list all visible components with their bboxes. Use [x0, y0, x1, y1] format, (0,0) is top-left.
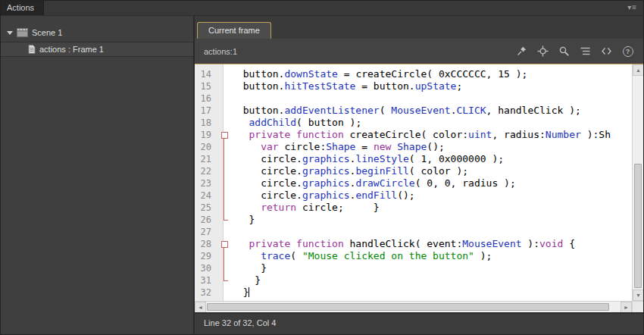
code-text[interactable]: }	[231, 262, 632, 274]
code-editor[interactable]: 14 button.downState = createCircle( 0xCC…	[195, 64, 643, 312]
line-number: 32	[195, 286, 217, 299]
code-text[interactable]: }	[231, 214, 632, 226]
code-line[interactable]: 30 }	[195, 262, 632, 274]
tab-current-frame[interactable]: Current frame	[197, 22, 271, 39]
line-number: 20	[195, 141, 217, 153]
scroll-right-arrow[interactable]: ►	[621, 302, 632, 312]
code-line[interactable]: 18 addChild( button );	[195, 117, 632, 129]
fold-margin	[217, 117, 231, 129]
code-text[interactable]: }	[231, 286, 632, 299]
horizontal-scroll-thumb[interactable]	[207, 303, 609, 311]
fold-margin	[217, 214, 231, 226]
code-line[interactable]: 22 circle.graphics.beginFill( color );	[195, 165, 632, 177]
code-text[interactable]	[231, 92, 632, 105]
fold-margin	[217, 153, 231, 165]
code-text[interactable]: circle.graphics.beginFill( color );	[231, 165, 632, 177]
fold-collapse-icon[interactable]	[217, 129, 231, 141]
line-number: 18	[195, 117, 217, 129]
code-text[interactable]: button.addEventListener( MouseEvent.CLIC…	[231, 105, 632, 117]
fold-margin	[217, 286, 231, 299]
vertical-scroll-thumb[interactable]	[634, 164, 642, 288]
fold-margin	[217, 202, 231, 214]
line-number: 23	[195, 177, 217, 189]
code-snippets-icon[interactable]	[599, 44, 614, 59]
line-number: 29	[195, 250, 217, 262]
actions-panel-tab[interactable]: Actions	[1, 1, 44, 15]
code-line[interactable]: 19 private function createCircle( color:…	[195, 129, 632, 141]
code-line[interactable]: 21 circle.graphics.lineStyle( 1, 0x00000…	[195, 153, 632, 165]
scroll-down-arrow[interactable]: ▼	[633, 290, 643, 301]
fold-margin	[217, 189, 231, 202]
code-text[interactable]: return circle; }	[231, 202, 632, 214]
disclosure-triangle-icon[interactable]	[7, 31, 13, 35]
fold-collapse-icon[interactable]	[217, 238, 231, 250]
fold-margin	[217, 177, 231, 189]
code-line[interactable]: 24 circle.graphics.endFill();	[195, 189, 632, 202]
line-number: 17	[195, 105, 217, 117]
code-text[interactable]: addChild( button );	[231, 117, 632, 129]
line-number: 28	[195, 238, 217, 250]
code-text[interactable]: }	[231, 274, 632, 286]
scroll-left-arrow[interactable]: ◄	[195, 302, 206, 312]
fold-margin	[217, 250, 231, 262]
fold-margin	[217, 262, 231, 274]
fold-margin	[217, 80, 231, 92]
line-number: 19	[195, 129, 217, 141]
script-navigator: Scene 1 actions : Frame 1	[1, 16, 195, 335]
scroll-up-arrow[interactable]: ▲	[633, 64, 643, 76]
line-number: 27	[195, 226, 217, 238]
script-pane: Current frame actions:1	[195, 16, 643, 335]
line-number: 15	[195, 80, 217, 92]
code-line[interactable]: 31 }	[195, 274, 632, 286]
tree-item-label: Scene 1	[32, 28, 62, 37]
tree-item-label: actions : Frame 1	[39, 45, 104, 54]
code-text[interactable]: trace( "Mouse clicked on the button" );	[231, 250, 632, 262]
code-text[interactable]: circle.graphics.drawCircle( 0, 0, radius…	[231, 177, 632, 189]
code-line[interactable]: 15 button.hitTestState = button.upState;	[195, 80, 632, 92]
fold-margin	[217, 274, 231, 286]
code-line[interactable]: 28 private function handleClick( event:M…	[195, 238, 632, 250]
tree-item-actions-frame1[interactable]: actions : Frame 1	[1, 42, 193, 57]
insert-target-path-icon[interactable]	[535, 44, 551, 59]
code-text[interactable]: button.hitTestState = button.upState;	[231, 80, 632, 92]
code-line[interactable]: 25 return circle; }	[195, 202, 632, 214]
code-line[interactable]: 29 trace( "Mouse clicked on the button" …	[195, 250, 632, 262]
format-code-icon[interactable]	[577, 44, 593, 59]
line-number: 26	[195, 214, 217, 226]
vertical-scrollbar[interactable]: ▲ ▼	[632, 64, 643, 301]
fold-margin	[217, 141, 231, 153]
code-text[interactable]	[231, 226, 632, 238]
tree-item-scene1[interactable]: Scene 1	[1, 25, 193, 40]
code-line[interactable]: 20 var circle:Shape = new Shape();	[195, 141, 632, 153]
horizontal-scrollbar[interactable]: ◄ ►	[195, 301, 632, 312]
code-text[interactable]: var circle:Shape = new Shape();	[231, 141, 632, 153]
code-text[interactable]: private function createCircle( color:uin…	[231, 129, 632, 141]
code-line[interactable]: 32 }	[195, 286, 632, 299]
caret-position-status: Line 32 of 32, Col 4	[204, 318, 276, 327]
code-text[interactable]: circle.graphics.endFill();	[231, 189, 632, 202]
code-text[interactable]: circle.graphics.lineStyle( 1, 0x000000 )…	[231, 153, 632, 165]
code-line[interactable]: 26 }	[195, 214, 632, 226]
line-number: 30	[195, 262, 217, 274]
pin-script-icon[interactable]	[514, 44, 530, 59]
script-tab-actions1[interactable]: actions:1	[195, 47, 237, 56]
help-icon[interactable]: ?	[620, 44, 636, 59]
panel-menu-icon[interactable]: ▾≡	[627, 1, 643, 15]
fold-margin	[217, 92, 231, 105]
actions-panel-window: Actions ▾≡ Scene 1	[0, 0, 644, 335]
code-text[interactable]: private function handleClick( event:Mous…	[231, 238, 632, 250]
frame-script-icon	[28, 45, 36, 54]
code-line[interactable]: 27	[195, 226, 632, 238]
code-line[interactable]: 16	[195, 92, 632, 105]
line-number: 21	[195, 153, 217, 165]
line-number: 24	[195, 189, 217, 202]
code-text[interactable]: button.downState = createCircle( 0xCCCCC…	[231, 68, 632, 80]
code-lines[interactable]: 14 button.downState = createCircle( 0xCC…	[195, 64, 632, 301]
code-line[interactable]: 14 button.downState = createCircle( 0xCC…	[195, 68, 632, 80]
fold-margin	[217, 68, 231, 80]
code-line[interactable]: 23 circle.graphics.drawCircle( 0, 0, rad…	[195, 177, 632, 189]
line-number: 25	[195, 202, 217, 214]
code-line[interactable]: 17 button.addEventListener( MouseEvent.C…	[195, 105, 632, 117]
script-toolbar: actions:1	[195, 39, 643, 64]
find-icon[interactable]	[556, 44, 572, 59]
